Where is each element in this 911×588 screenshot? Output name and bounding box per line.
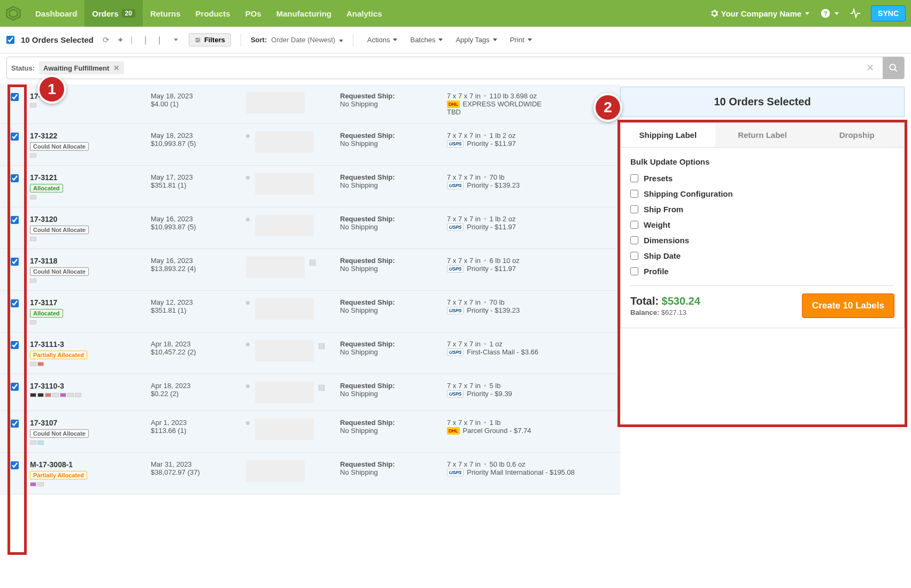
row-checkbox[interactable] <box>11 216 19 224</box>
barcode-icon[interactable]: ⎸⎹⎸⎹⎸ <box>130 35 168 45</box>
select-all-checkbox[interactable] <box>6 36 14 44</box>
filters-button[interactable]: Filters <box>189 33 231 47</box>
tag-swatch <box>52 393 59 397</box>
help-menu[interactable]: ? <box>815 8 844 19</box>
order-row[interactable]: 17-3121 Allocated May 17, 2023 $351.81 (… <box>0 166 620 207</box>
order-row[interactable]: 17-3110-3 Apr 18, 2023 $0.22 (2) ▤ Reque… <box>0 374 620 411</box>
order-row[interactable]: 17-3120 Could Not Allocate May 16, 2023 … <box>0 207 620 249</box>
nav-analytics[interactable]: Analytics <box>339 0 390 27</box>
tab-return-label[interactable]: Return Label <box>715 123 810 147</box>
bulk-option-checkbox[interactable] <box>630 236 638 244</box>
order-row[interactable]: M-17-3008-1 Partially Allocated Mar 31, … <box>0 453 620 494</box>
row-checkbox[interactable] <box>11 93 19 101</box>
bulk-option-checkbox[interactable] <box>630 267 638 275</box>
service-label: Priority - $139.23 <box>467 181 520 189</box>
bulk-option-checkbox[interactable] <box>630 252 638 260</box>
batches-menu[interactable]: Batches <box>406 36 447 44</box>
bulk-option[interactable]: Shipping Configuration <box>630 189 894 198</box>
sparkle-icon[interactable]: ✦ <box>115 35 126 45</box>
tag-swatch <box>30 195 36 199</box>
nav-pos[interactable]: POs <box>238 0 269 27</box>
bulk-option-checkbox[interactable] <box>630 190 638 198</box>
order-row[interactable]: 17-3122 Could Not Allocate May 18, 2023 … <box>0 124 620 166</box>
bulk-option[interactable]: Dimensions <box>630 236 894 245</box>
order-id[interactable]: 17-3111-3 <box>30 340 151 349</box>
svg-text:?: ? <box>824 10 828 17</box>
order-id[interactable]: 17-3120 <box>30 215 151 223</box>
order-id[interactable]: 17-3121 <box>30 173 151 182</box>
close-icon[interactable]: ✕ <box>113 64 120 72</box>
row-checkbox[interactable] <box>11 383 19 391</box>
order-amount: $0.22 (2) <box>151 390 246 398</box>
bulk-option[interactable]: Profile <box>630 267 894 276</box>
nav-returns[interactable]: Returns <box>143 0 188 27</box>
create-labels-button[interactable]: Create 10 Labels <box>802 293 894 318</box>
svg-point-7 <box>890 64 895 70</box>
tag-swatch <box>30 103 36 107</box>
order-id[interactable]: M-17-3008-1 <box>30 460 151 469</box>
row-checkbox[interactable] <box>11 174 19 182</box>
requested-ship-label: Requested Ship: <box>340 173 447 181</box>
order-id[interactable]: 17-3110-3 <box>30 382 151 390</box>
row-checkbox[interactable] <box>11 461 19 469</box>
order-id[interactable]: 17-3107 <box>30 419 151 427</box>
dims-label: 7 x 7 x 7 in <box>447 419 481 427</box>
order-row[interactable]: 17-3111-3 Partially Allocated Apr 18, 20… <box>0 332 620 374</box>
apply-tags-menu[interactable]: Apply Tags <box>451 36 501 44</box>
filter-chip-status[interactable]: Awaiting Fulfillment ✕ <box>39 61 124 74</box>
bulk-option-checkbox[interactable] <box>630 221 638 229</box>
nav-products[interactable]: Products <box>188 0 238 27</box>
clear-filters-icon[interactable]: ✕ <box>862 62 878 74</box>
sort-dropdown[interactable]: Order Date (Newest) <box>271 36 343 44</box>
sync-button[interactable]: SYNC <box>871 5 906 21</box>
row-checkbox[interactable] <box>11 133 19 141</box>
bulk-option-checkbox[interactable] <box>630 174 638 182</box>
bulk-option-label: Weight <box>644 220 670 229</box>
product-thumbnail <box>255 382 314 403</box>
status-dot-icon <box>246 218 250 221</box>
order-date: May 18, 2023 <box>151 92 246 100</box>
order-id[interactable]: 17-3118 <box>30 257 151 265</box>
tab-shipping-label[interactable]: Shipping Label <box>621 123 715 147</box>
print-menu[interactable]: Print <box>506 36 536 44</box>
activity-menu[interactable] <box>844 7 867 19</box>
order-row[interactable]: 17-3107 Could Not Allocate Apr 1, 2023 $… <box>0 411 620 453</box>
caret-down-icon[interactable] <box>174 38 178 41</box>
actions-menu[interactable]: Actions <box>363 36 402 44</box>
side-tabs: Shipping Label Return Label Dropship <box>620 122 905 148</box>
note-icon: ▤ <box>309 258 316 266</box>
tab-dropship[interactable]: Dropship <box>809 123 904 147</box>
nav-orders[interactable]: Orders 20 <box>84 0 143 27</box>
order-amount: $10,457.22 (2) <box>151 348 246 356</box>
row-checkbox[interactable] <box>11 299 19 307</box>
order-row[interactable]: 17-3118 Could Not Allocate May 16, 2023 … <box>0 249 620 291</box>
order-amount: $113.66 (1) <box>151 427 246 435</box>
nav-dashboard[interactable]: Dashboard <box>28 0 84 27</box>
company-menu[interactable]: Your Company Name <box>704 9 815 18</box>
dims-label: 7 x 7 x 7 in <box>447 257 481 265</box>
carrier-badge: USPS <box>447 265 464 273</box>
sort-label: Sort: <box>251 36 267 44</box>
alloc-badge: Allocated <box>30 309 63 318</box>
order-date: May 16, 2023 <box>151 257 246 265</box>
bulk-option[interactable]: Presets <box>630 174 894 183</box>
row-checkbox[interactable] <box>11 258 19 266</box>
order-row[interactable]: 17- May 18, 2023 $4.00 (1) Requested Shi… <box>0 84 620 124</box>
order-id[interactable]: 17-3117 <box>30 298 151 307</box>
order-id[interactable]: 17-3122 <box>30 131 151 140</box>
bulk-option[interactable]: Weight <box>630 220 894 229</box>
search-button[interactable] <box>883 57 904 79</box>
refresh-icon[interactable]: ⟳ <box>101 35 111 45</box>
order-row[interactable]: 17-3117 Allocated May 12, 2023 $351.81 (… <box>0 291 620 332</box>
tag-swatch <box>37 440 44 445</box>
nav-manufacturing[interactable]: Manufacturing <box>269 0 339 27</box>
row-checkbox[interactable] <box>11 420 19 428</box>
carrier-badge: USPS <box>447 223 464 231</box>
orders-toolbar: 10 Orders Selected ⟳ ✦ ⎸⎹⎸⎹⎸ Filters Sor… <box>0 27 911 53</box>
weight-label: 5 lb <box>489 382 500 390</box>
dims-label: 7 x 7 x 7 in <box>447 131 481 140</box>
bulk-option[interactable]: Ship Date <box>630 251 894 260</box>
row-checkbox[interactable] <box>11 341 19 349</box>
bulk-option-checkbox[interactable] <box>630 205 638 213</box>
bulk-option[interactable]: Ship From <box>630 205 894 214</box>
